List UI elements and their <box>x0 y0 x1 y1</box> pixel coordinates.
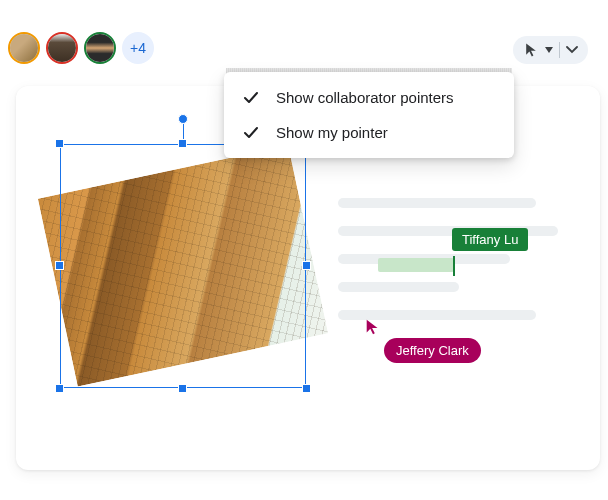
divider <box>559 42 560 58</box>
resize-handle-bl[interactable] <box>55 384 64 393</box>
menu-item-label: Show my pointer <box>276 124 388 141</box>
selected-image[interactable] <box>60 144 306 388</box>
pointer-icon <box>523 42 539 58</box>
check-icon <box>242 90 260 106</box>
collaborator-label-tiffany: Tiffany Lu <box>452 228 528 251</box>
menu-item-label: Show collaborator pointers <box>276 89 454 106</box>
avatar[interactable] <box>46 32 78 64</box>
rotate-handle[interactable] <box>178 114 188 124</box>
resize-handle-br[interactable] <box>302 384 311 393</box>
text-line <box>338 198 536 208</box>
resize-handle-tl[interactable] <box>55 139 64 148</box>
collaborator-label-jeffery: Jeffery Clark <box>384 338 481 363</box>
collaborator-pointer-jeffery <box>364 318 382 336</box>
resize-handle-mr[interactable] <box>302 261 311 270</box>
chevron-down-icon <box>566 46 578 54</box>
resize-handle-ml[interactable] <box>55 261 64 270</box>
check-icon <box>242 125 260 141</box>
resize-handle-bm[interactable] <box>178 384 187 393</box>
resize-handle-tm[interactable] <box>178 139 187 148</box>
avatar[interactable] <box>8 32 40 64</box>
avatar-overflow-badge[interactable]: +4 <box>122 32 154 64</box>
pointer-tool-button[interactable] <box>513 36 588 64</box>
collaborator-avatars: +4 <box>8 32 154 64</box>
collaborator-selection-highlight <box>378 258 454 272</box>
menu-item-show-collaborator-pointers[interactable]: Show collaborator pointers <box>224 80 514 115</box>
avatar[interactable] <box>84 32 116 64</box>
text-line <box>338 282 459 292</box>
caret-down-icon <box>545 47 553 53</box>
selection-box <box>60 144 306 388</box>
collaborator-text-cursor <box>453 256 455 276</box>
pointer-options-menu: Show collaborator pointers Show my point… <box>224 72 514 158</box>
menu-item-show-my-pointer[interactable]: Show my pointer <box>224 115 514 150</box>
